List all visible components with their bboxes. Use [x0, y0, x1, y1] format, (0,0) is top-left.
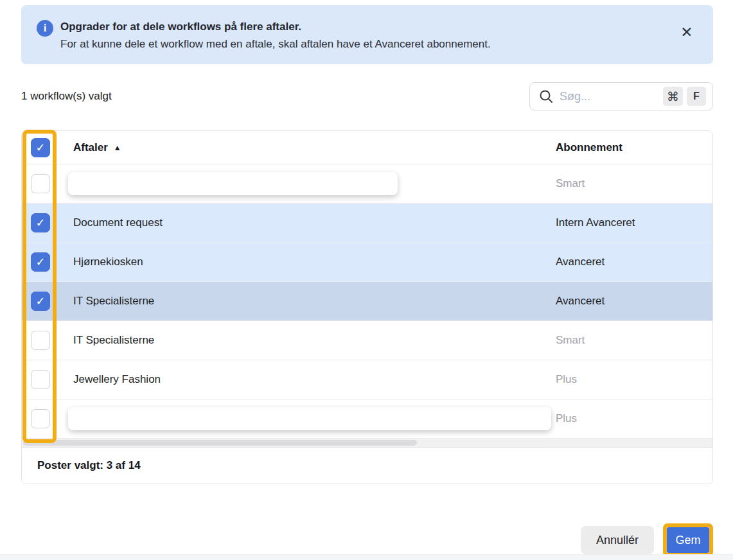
row-subscription: Smart — [556, 177, 585, 190]
row-subscription: Intern Avanceret — [556, 216, 635, 229]
info-banner-title: Opgrader for at dele workflows på flere … — [60, 19, 491, 35]
row-checkbox[interactable] — [31, 409, 50, 428]
row-checkbox[interactable] — [31, 174, 50, 193]
f-key-badge: F — [687, 87, 706, 106]
posts-selected-count: Poster valgt: 3 af 14 — [37, 459, 141, 472]
info-banner: i Opgrader for at dele workflows på fler… — [21, 5, 713, 64]
search-input[interactable] — [560, 90, 659, 103]
scrollbar-thumb[interactable] — [23, 440, 417, 446]
row-subscription-cell: Plus — [556, 412, 712, 425]
row-name: IT Specialisterne — [73, 334, 154, 347]
row-subscription-cell: Avanceret — [556, 256, 712, 268]
sort-asc-icon: ▲ — [114, 143, 121, 152]
search-box[interactable]: ⌘ F — [529, 82, 713, 110]
row-checkbox[interactable] — [31, 370, 50, 389]
horizontal-scrollbar[interactable] — [22, 439, 712, 447]
share-workflow-dialog: i Opgrader for at dele workflows på fler… — [0, 0, 733, 560]
toolbar: 1 workflow(s) valgt ⌘ F — [21, 82, 713, 110]
table-row[interactable]: Smart — [22, 164, 712, 204]
row-subscription-cell: Avanceret — [556, 295, 712, 308]
row-subscription: Avanceret — [556, 295, 605, 308]
row-name-cell: Document request — [58, 216, 556, 229]
table-header-row: ✓ Aftaler ▲ Abonnement — [22, 131, 712, 164]
row-subscription: Avanceret — [556, 256, 605, 268]
row-checkbox-cell — [22, 409, 58, 428]
row-subscription-cell: Intern Avanceret — [556, 216, 712, 229]
row-subscription: Plus — [556, 373, 577, 386]
header-abonnement-cell[interactable]: Abonnement — [556, 141, 712, 154]
row-name-cell — [58, 172, 556, 195]
row-subscription-cell: Plus — [556, 373, 712, 386]
table-body: Smart ✓ Document request Intern Avancere… — [22, 164, 712, 439]
aftaler-table: ✓ Aftaler ▲ Abonnement Smart ✓ Document … — [21, 130, 713, 484]
row-name-cell: Jewellery Fashion — [58, 373, 556, 386]
row-checkbox[interactable] — [31, 331, 50, 350]
dialog-actions: Annullér Gem — [581, 523, 713, 557]
table-row[interactable]: ✓ IT Specialisterne Avanceret — [22, 282, 712, 321]
row-subscription: Smart — [556, 334, 585, 347]
row-checkbox-cell: ✓ — [22, 213, 58, 232]
dialog-bottom-edge — [0, 554, 733, 560]
table-row[interactable]: Jewellery Fashion Plus — [22, 360, 712, 399]
table-row[interactable]: ✓ Document request Intern Avanceret — [22, 204, 712, 243]
redacted-name-box — [68, 172, 398, 195]
row-name-cell: IT Specialisterne — [58, 295, 556, 308]
info-banner-text: Opgrader for at dele workflows på flere … — [60, 19, 491, 53]
workflow-selected-count: 1 workflow(s) valgt — [21, 90, 112, 103]
column-header-aftaler[interactable]: Aftaler — [73, 141, 108, 154]
table-row[interactable]: ✓ Hjørnekiosken Avanceret — [22, 243, 712, 282]
row-checkbox-cell — [22, 174, 58, 193]
row-name: IT Specialisterne — [73, 295, 154, 308]
row-name: Jewellery Fashion — [73, 373, 161, 386]
row-name: Document request — [73, 216, 163, 229]
row-checkbox-cell: ✓ — [22, 252, 58, 272]
select-all-checkbox[interactable]: ✓ — [31, 138, 50, 157]
row-subscription-cell: Smart — [556, 334, 712, 347]
table-footer: Poster valgt: 3 af 14 — [22, 447, 712, 484]
column-header-abonnement[interactable]: Abonnement — [556, 141, 623, 154]
row-checkbox[interactable]: ✓ — [31, 292, 50, 311]
row-subscription: Plus — [556, 412, 577, 425]
header-checkbox-cell: ✓ — [22, 138, 58, 157]
row-name-cell — [58, 407, 556, 430]
info-icon: i — [37, 20, 53, 37]
save-button-highlight: Gem — [663, 523, 713, 557]
info-banner-subtitle: For at kunne dele et workflow med en aft… — [60, 35, 491, 53]
row-checkbox[interactable]: ✓ — [31, 213, 50, 232]
row-name-cell: Hjørnekiosken — [58, 256, 556, 268]
row-checkbox-cell — [22, 370, 58, 389]
row-checkbox-cell — [22, 331, 58, 350]
search-icon — [539, 89, 553, 103]
header-aftaler-cell[interactable]: Aftaler ▲ — [58, 141, 556, 154]
row-name-cell: IT Specialisterne — [58, 334, 556, 347]
table-row[interactable]: IT Specialisterne Smart — [22, 321, 712, 360]
save-button[interactable]: Gem — [667, 527, 709, 553]
redacted-name-box — [68, 407, 551, 430]
cmd-key-badge: ⌘ — [663, 87, 683, 106]
row-subscription-cell: Smart — [556, 177, 712, 190]
close-icon[interactable]: ✕ — [677, 22, 696, 42]
table-row[interactable]: Plus — [22, 399, 712, 439]
row-checkbox-cell: ✓ — [22, 292, 58, 311]
cancel-button[interactable]: Annullér — [581, 526, 654, 554]
row-name: Hjørnekiosken — [73, 256, 143, 268]
row-checkbox[interactable]: ✓ — [31, 252, 50, 272]
